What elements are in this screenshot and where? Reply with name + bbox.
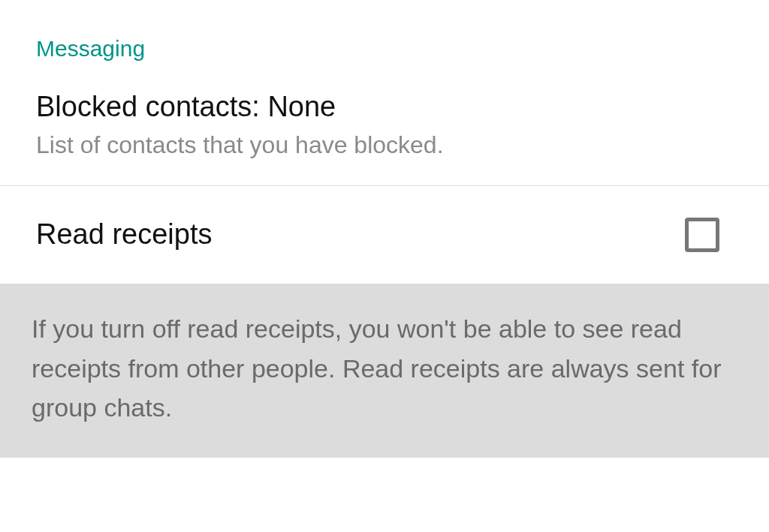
read-receipts-info-panel: If you turn off read receipts, you won't… <box>0 284 769 458</box>
read-receipts-label: Read receipts <box>36 218 212 251</box>
read-receipts-info-text: If you turn off read receipts, you won't… <box>32 309 737 428</box>
section-header-messaging: Messaging <box>0 0 769 75</box>
blocked-contacts-title: Blocked contacts: None <box>36 89 733 125</box>
read-receipts-row[interactable]: Read receipts <box>0 186 769 284</box>
read-receipts-checkbox[interactable] <box>685 218 719 252</box>
blocked-contacts-item[interactable]: Blocked contacts: None List of contacts … <box>0 75 769 185</box>
blocked-contacts-subtitle: List of contacts that you have blocked. <box>36 130 733 161</box>
